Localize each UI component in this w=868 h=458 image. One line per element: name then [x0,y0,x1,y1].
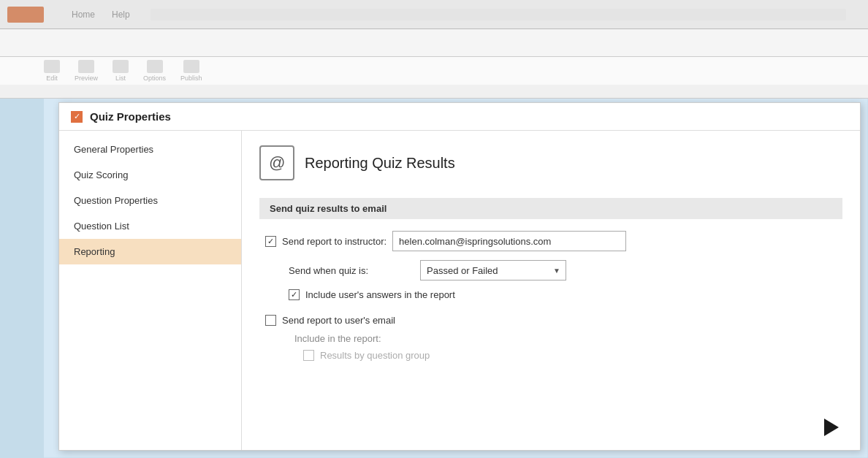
dialog-body: General Properties Quiz Scoring Question… [59,131,860,450]
bg-breadcrumb [151,9,846,20]
quiz-properties-dialog: ✓ Quiz Properties General Properties Qui… [58,102,861,451]
send-when-select-wrapper: Passed or Failed Passed Failed Always ▼ [420,260,566,280]
send-instructor-checkbox-wrapper: Send report to instructor: [265,236,387,247]
results-by-group-label: Results by question group [320,350,430,361]
include-in-report-label: Include in the report: [259,333,842,344]
bg-toolbar-mid [0,29,868,57]
results-by-group-checkbox[interactable] [303,350,314,361]
left-nav: General Properties Quiz Scoring Question… [59,131,242,450]
background-toolbar: Home Help Edit Preview List Options Publ… [0,0,868,99]
include-answers-checkbox[interactable] [289,289,300,300]
user-email-checkbox[interactable] [265,315,276,326]
right-content: Reporting Quiz Results Send quiz results… [242,131,860,450]
send-instructor-checkbox[interactable] [265,236,276,247]
section-header: Send quiz results to email [259,198,842,219]
dialog-title: Quiz Properties [90,110,171,123]
send-when-row: Send when quiz is: Passed or Failed Pass… [259,260,842,280]
dialog-title-checkbox[interactable]: ✓ [71,111,83,123]
content-title: Reporting Quiz Results [305,155,455,172]
nav-item-reporting[interactable]: Reporting [59,239,241,264]
send-instructor-label: Send report to instructor: [282,236,387,247]
content-header: Reporting Quiz Results [259,145,842,180]
bg-icon-4: Options [143,60,166,82]
bg-logo [7,7,44,23]
background-sidebar [0,99,44,458]
nav-item-question-properties[interactable]: Question Properties [59,188,241,213]
include-answers-row: Include user's answers in the report [259,289,842,300]
bg-menu-help: Help [112,9,130,20]
include-answers-label: Include user's answers in the report [305,289,455,300]
nav-item-question-list[interactable]: Question List [59,213,241,239]
nav-item-quiz-scoring[interactable]: Quiz Scoring [59,162,241,188]
bg-menu-home: Home [72,9,95,20]
bg-icon-1: Edit [44,60,60,82]
nav-item-general-properties[interactable]: General Properties [59,137,241,162]
bg-icon-5: Publish [180,60,202,82]
cursor-arrow-icon [824,419,839,436]
dialog-title-bar: ✓ Quiz Properties [59,103,860,131]
user-email-label: Send report to user's email [282,315,395,326]
background-toolbar-top: Home Help [0,0,868,29]
instructor-email-input[interactable] [392,231,626,251]
send-when-select[interactable]: Passed or Failed Passed Failed Always [420,260,566,280]
bg-toolbar-icons: Edit Preview List Options Publish [0,57,868,85]
include-answers-checkbox-wrapper: Include user's answers in the report [289,289,455,300]
mail-icon [259,145,294,180]
user-email-checkbox-wrapper: Send report to user's email [265,315,395,326]
results-by-group-row: Results by question group [259,350,842,361]
bg-icon-2: Preview [75,60,98,82]
user-email-row: Send report to user's email [259,315,842,326]
send-to-instructor-row: Send report to instructor: [259,231,842,251]
send-when-label: Send when quiz is: [289,265,420,276]
bg-icon-3: List [113,60,129,82]
results-by-group-checkbox-wrapper: Results by question group [303,350,430,361]
